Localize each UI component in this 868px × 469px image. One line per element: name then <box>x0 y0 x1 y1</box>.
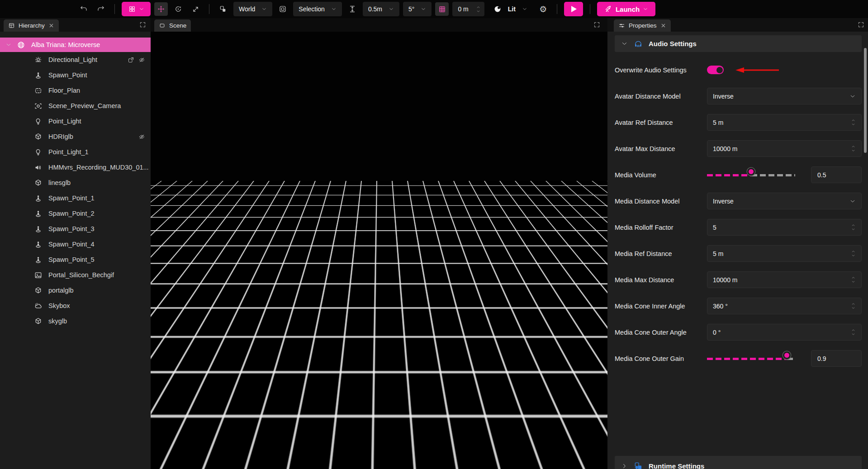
avatar-figure[interactable] <box>308 208 318 239</box>
stepper-arrows[interactable] <box>851 223 856 231</box>
tab-properties[interactable]: Properties <box>614 19 671 32</box>
hint-label: Focus <box>201 457 219 464</box>
slider-value-box[interactable]: 0.5 <box>811 166 862 183</box>
stepper[interactable]: 5 <box>707 219 862 236</box>
launch-button[interactable]: Launch <box>597 2 655 16</box>
stepper[interactable]: 10000 m <box>707 271 862 288</box>
selection-dropdown[interactable]: Selection <box>293 2 342 16</box>
audio-settings-header[interactable]: Audio Settings <box>615 35 862 52</box>
chevron-down-icon <box>421 6 426 12</box>
transform-space-button[interactable] <box>216 2 230 16</box>
hierarchy-item[interactable]: portalglb <box>0 283 151 298</box>
hierarchy-item[interactable]: Point_Light_1 <box>0 144 151 160</box>
hierarchy-item[interactable]: Alba Triana: Microverse <box>0 38 151 52</box>
hierarchy-item[interactable]: HDRIglb <box>0 129 151 144</box>
stepper-arrows[interactable] <box>851 250 856 257</box>
angle-snap-value: 5° <box>408 5 414 13</box>
hierarchy-item[interactable]: HMMvrs_Recording_MUD30_01... <box>0 160 151 175</box>
close-icon[interactable] <box>48 23 54 28</box>
key-badge: E <box>238 456 247 464</box>
eye-off-icon[interactable] <box>138 57 145 63</box>
expand-viewport-icon[interactable] <box>593 21 600 28</box>
keyboard-hints: FFocusQERotateGGrabEscDeselect <box>189 456 352 464</box>
stepper-arrows[interactable] <box>851 276 856 284</box>
undo-button[interactable] <box>77 2 90 16</box>
grid-snap-toggle[interactable] <box>435 2 449 16</box>
hierarchy-item[interactable]: Spawn_Point_1 <box>0 190 151 206</box>
bulb-icon <box>34 148 43 156</box>
close-icon[interactable] <box>660 23 666 28</box>
settings-button[interactable]: ⚙ <box>536 2 550 16</box>
cube-icon <box>34 179 43 187</box>
tab-scene[interactable]: Scene <box>154 19 191 32</box>
avatar-figure[interactable] <box>348 208 358 238</box>
stepper-arrows[interactable] <box>851 302 856 310</box>
hierarchy-item[interactable]: Skybox <box>0 298 151 313</box>
shading-mode-dropdown[interactable]: Lit <box>488 2 533 16</box>
redo-button[interactable] <box>94 2 108 16</box>
expand-panel-icon[interactable] <box>858 21 864 28</box>
properties-scrollbar[interactable] <box>864 48 867 153</box>
hierarchy-item[interactable]: Point_Light <box>0 114 151 129</box>
hierarchy-item[interactable]: linesglb <box>0 175 151 190</box>
stepper[interactable]: 5 m <box>707 114 862 131</box>
scene-3d-view[interactable]: X Z Y FFocusQERotateGGrabEscDeselect <box>151 32 607 469</box>
hierarchy-item[interactable]: Spawn_Point_2 <box>0 206 151 221</box>
avatar-figure[interactable] <box>318 211 328 242</box>
stepper[interactable]: 0 ° <box>707 324 862 341</box>
runtime-settings-header[interactable]: Runtime Settings <box>615 456 862 469</box>
stepper[interactable]: 5 m <box>707 245 862 262</box>
stepper-arrows[interactable] <box>851 145 856 152</box>
hierarchy-item[interactable]: Spawn_Point <box>0 67 151 83</box>
grid-size-dropdown[interactable]: 0.5m <box>363 2 399 16</box>
hierarchy-item[interactable]: Spawn_Point_4 <box>0 237 151 252</box>
world-dropdown[interactable]: World <box>233 2 272 16</box>
stepper[interactable]: 360 ° <box>707 298 862 314</box>
avatar-figure[interactable] <box>328 208 338 239</box>
hierarchy-item[interactable]: Portal_Silicon_Bechgif <box>0 267 151 283</box>
angle-snap-dropdown[interactable]: 5° <box>403 2 432 16</box>
hierarchy-item[interactable]: Floor_Plan <box>0 83 151 98</box>
person-icon <box>34 240 43 249</box>
property-label: Avatar Max Distance <box>615 144 699 153</box>
axis-gizmo[interactable]: X Z Y <box>548 417 607 469</box>
slider-value-box[interactable]: 0.9 <box>811 350 862 367</box>
hierarchy-item[interactable]: skyglb <box>0 313 151 329</box>
slider-knob[interactable] <box>747 168 755 175</box>
hierarchy-item[interactable]: Spawn_Point_5 <box>0 252 151 267</box>
snap-range-button[interactable] <box>346 2 359 16</box>
cube-icon <box>34 133 43 141</box>
slider-knob[interactable] <box>783 351 791 359</box>
property-row: Avatar Ref Distance5 m <box>615 114 862 131</box>
tab-hierarchy[interactable]: Hierarchy <box>4 19 59 32</box>
hierarchy-item[interactable]: Scene_Preview_Camera <box>0 98 151 114</box>
avatar-figure[interactable] <box>289 208 299 239</box>
avatar-figure[interactable] <box>299 209 308 240</box>
slider[interactable] <box>707 171 795 180</box>
portal-object[interactable] <box>397 196 432 235</box>
play-button[interactable] <box>564 2 583 16</box>
dropdown[interactable]: Inverse <box>707 193 862 209</box>
scale-tool-button[interactable] <box>189 2 202 16</box>
stepper-arrows[interactable] <box>851 328 856 336</box>
eye-off-icon[interactable] <box>138 133 145 140</box>
move-tool-button[interactable] <box>154 2 168 16</box>
dropdown[interactable]: Inverse <box>707 88 862 104</box>
height-snap-stepper[interactable]: 0 m <box>452 2 484 16</box>
overwrite-audio-toggle[interactable] <box>707 66 724 74</box>
stepper-arrows[interactable] <box>851 118 856 126</box>
asset-grid-button[interactable] <box>122 2 151 16</box>
toolbar-divider <box>209 4 209 14</box>
hierarchy-item[interactable]: Directional_Light <box>0 52 151 67</box>
person-icon <box>34 209 43 218</box>
frame-icon[interactable] <box>128 57 134 63</box>
stepper[interactable]: 10000 m <box>707 140 862 157</box>
expand-panel-icon[interactable] <box>139 21 146 28</box>
stepper-arrows[interactable] <box>476 5 481 13</box>
pivot-button[interactable] <box>276 2 289 16</box>
avatar-figure[interactable] <box>359 209 369 240</box>
hierarchy-item[interactable]: Spawn_Point_3 <box>0 221 151 237</box>
hierarchy-item-label: linesglb <box>48 179 151 186</box>
rotate-tool-button[interactable] <box>171 2 185 16</box>
slider[interactable] <box>707 354 795 363</box>
